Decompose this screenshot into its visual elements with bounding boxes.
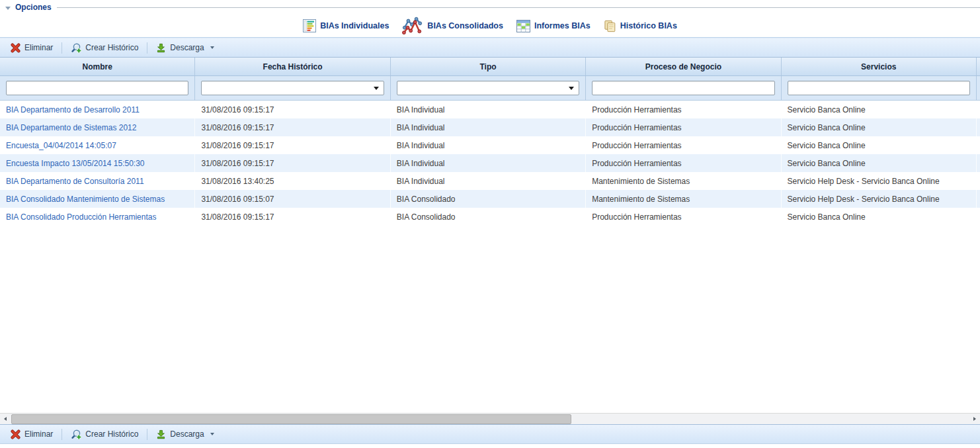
historico-bias-panel: Opciones BIAs Individuales	[0, 0, 980, 448]
nav-item-bias-individuales[interactable]: BIAs Individuales	[303, 19, 389, 32]
nombre-link[interactable]: BIA Departamento de Sistemas 2012	[0, 118, 195, 136]
nombre-link[interactable]: BIA Consolidado Mantenimiento de Sistema…	[0, 190, 195, 208]
crear-historico-label: Crear Histórico	[85, 429, 138, 439]
nav-item-bias-consolidados[interactable]: BIAs Consolidados	[402, 17, 503, 35]
fecha-cell: 31/08/2016 09:15:07	[195, 190, 390, 208]
column-sliver	[977, 101, 980, 118]
proceso-cell: Producción Herramientas	[586, 118, 781, 136]
table-row[interactable]: BIA Departamento de Sistemas 2012 31/08/…	[0, 118, 980, 136]
line-chart-icon	[402, 17, 423, 35]
fecha-cell: 31/08/2016 09:15:17	[195, 136, 390, 154]
tipo-filter-select[interactable]	[397, 81, 579, 95]
proceso-de-negocio-filter-input[interactable]	[592, 81, 774, 95]
chevron-down-icon	[210, 46, 214, 49]
servicios-cell: Servicio Banca Online	[782, 154, 977, 172]
table-row[interactable]: Encuesta Impacto 13/05/2014 15:50:30 31/…	[0, 154, 980, 172]
column-header-proceso-de-negocio[interactable]: Proceso de Negocio	[586, 58, 781, 75]
table-row[interactable]: BIA Departamento de Consultoría 2011 31/…	[0, 172, 980, 190]
bottom-spacer	[0, 444, 980, 448]
fecha-cell: 31/08/2016 09:15:17	[195, 118, 390, 136]
top-toolbar: Eliminar Crear Histórico	[0, 38, 980, 58]
crear-historico-label: Crear Histórico	[85, 43, 138, 52]
column-sliver	[977, 172, 980, 190]
chevron-down-icon	[210, 433, 214, 435]
collapse-toggle-icon[interactable]	[5, 7, 11, 10]
scroll-left-button[interactable]	[0, 414, 11, 424]
descarga-button-bottom[interactable]: Descarga	[150, 427, 220, 441]
eliminar-button-bottom[interactable]: Eliminar	[5, 427, 59, 441]
horizontal-scrollbar[interactable]	[0, 413, 980, 424]
toolbar-separator	[61, 429, 62, 440]
select-caret-icon	[569, 87, 574, 90]
eliminar-label: Eliminar	[24, 429, 53, 439]
select-caret-icon	[374, 87, 379, 90]
toolbar-separator	[147, 429, 147, 440]
proceso-cell: Producción Herramientas	[586, 208, 781, 226]
column-header-nombre[interactable]: Nombre	[0, 58, 195, 75]
bar-report-icon	[303, 19, 316, 32]
scroll-left-icon	[4, 417, 7, 421]
view-nav-bar: BIAs Individuales BIAs Consolidados	[0, 15, 980, 38]
filter-cell	[195, 76, 390, 100]
fecha-historico-filter-select[interactable]	[201, 81, 384, 95]
nombre-link[interactable]: Encuesta_04/04/2014 14:05:07	[0, 136, 195, 154]
servicios-filter-input[interactable]	[788, 81, 970, 95]
column-sliver	[977, 190, 980, 208]
nombre-link[interactable]: BIA Consolidado Producción Herramientas	[0, 208, 195, 226]
magnifier-plus-icon	[71, 42, 81, 53]
table-row[interactable]: BIA Consolidado Producción Herramientas …	[0, 208, 980, 226]
nav-label: Informes BIAs	[534, 21, 591, 30]
servicios-cell: Servicio Help Desk - Servicio Banca Onli…	[782, 190, 977, 208]
crear-historico-button[interactable]: Crear Histórico	[65, 40, 144, 55]
scrollbar-thumb[interactable]	[11, 414, 571, 424]
opciones-header: Opciones	[0, 0, 980, 15]
column-header-fecha-historico[interactable]: Fecha Histórico	[195, 58, 390, 75]
crear-historico-button-bottom[interactable]: Crear Histórico	[65, 427, 144, 441]
tipo-cell: BIA Individual	[391, 101, 586, 118]
column-sliver	[977, 76, 980, 100]
bottom-toolbar: Eliminar Crear Histórico	[0, 424, 980, 444]
table-row[interactable]: Encuesta_04/04/2014 14:05:07 31/08/2016 …	[0, 136, 980, 154]
toolbar-separator	[61, 42, 62, 54]
filter-cell	[586, 76, 781, 100]
nav-item-historico-bias[interactable]: Histórico BIAs	[604, 20, 677, 32]
magnifier-plus-icon	[71, 429, 81, 439]
column-sliver	[977, 58, 980, 75]
table-row[interactable]: BIA Departamento de Desarrollo 2011 31/0…	[0, 101, 980, 118]
column-sliver	[977, 154, 980, 172]
scroll-right-icon	[973, 417, 976, 421]
eliminar-button[interactable]: Eliminar	[5, 41, 59, 55]
fecha-cell: 31/08/2016 09:15:17	[195, 101, 390, 118]
nombre-link[interactable]: BIA Departamento de Consultoría 2011	[0, 172, 195, 190]
table-row[interactable]: BIA Consolidado Mantenimiento de Sistema…	[0, 190, 980, 208]
descarga-label: Descarga	[170, 43, 204, 52]
tipo-cell: BIA Consolidado	[391, 208, 586, 226]
nombre-filter-input[interactable]	[6, 81, 188, 95]
tipo-cell: BIA Individual	[391, 136, 586, 154]
tipo-cell: BIA Individual	[391, 172, 586, 190]
nombre-link[interactable]: BIA Departamento de Desarrollo 2011	[0, 101, 195, 118]
legend-divider	[57, 7, 980, 8]
download-icon	[156, 43, 166, 53]
proceso-cell: Producción Herramientas	[586, 136, 781, 154]
filter-cell	[0, 76, 195, 100]
tipo-cell: BIA Consolidado	[391, 190, 586, 208]
servicios-cell: Servicio Help Desk - Servicio Banca Onli…	[782, 172, 977, 190]
filter-cell	[391, 76, 586, 100]
column-header-servicios[interactable]: Servicios	[782, 58, 977, 75]
column-sliver	[977, 208, 980, 226]
nav-item-informes-bias[interactable]: Informes BIAs	[516, 20, 591, 32]
proceso-cell: Producción Herramientas	[586, 101, 781, 118]
descarga-label: Descarga	[170, 429, 204, 439]
column-header-tipo[interactable]: Tipo	[391, 58, 586, 75]
nombre-link[interactable]: Encuesta Impacto 13/05/2014 15:50:30	[0, 154, 195, 172]
scroll-right-button[interactable]	[969, 414, 980, 424]
tipo-cell: BIA Individual	[391, 154, 586, 172]
nav-label: BIAs Individuales	[320, 21, 389, 30]
delete-icon	[11, 429, 20, 439]
grid-filter-row	[0, 76, 980, 101]
descarga-button[interactable]: Descarga	[150, 41, 220, 55]
column-sliver	[977, 136, 980, 154]
delete-icon	[11, 43, 20, 53]
proceso-cell: Mantenimiento de Sistemas	[586, 172, 781, 190]
